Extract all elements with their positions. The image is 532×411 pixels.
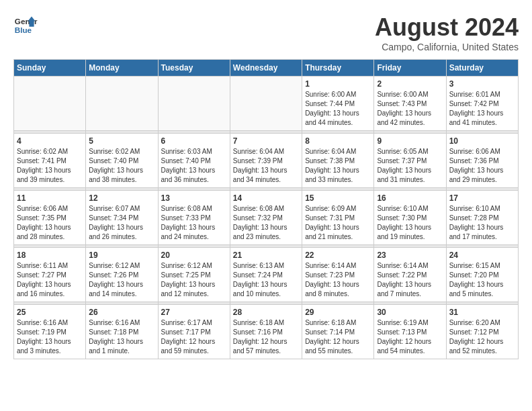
calendar-week-1: 1Sunrise: 6:00 AMSunset: 7:44 PMDaylight…: [14, 77, 519, 131]
weekday-header-friday: Friday: [374, 60, 446, 77]
location: Campo, California, United States: [375, 42, 519, 52]
day-info: Sunrise: 6:19 AMSunset: 7:13 PMDaylight:…: [377, 318, 443, 356]
calendar-cell: 4Sunrise: 6:02 AMSunset: 7:41 PMDaylight…: [14, 134, 86, 188]
day-number: 8: [305, 136, 371, 146]
calendar-cell: 9Sunrise: 6:05 AMSunset: 7:37 PMDaylight…: [374, 134, 446, 188]
day-number: 29: [305, 308, 371, 317]
day-number: 25: [17, 308, 83, 317]
day-info: Sunrise: 6:04 AMSunset: 7:38 PMDaylight:…: [305, 147, 371, 185]
day-info: Sunrise: 6:04 AMSunset: 7:39 PMDaylight:…: [233, 147, 299, 185]
calendar-cell: 27Sunrise: 6:17 AMSunset: 7:17 PMDayligh…: [158, 305, 230, 359]
day-number: 9: [377, 136, 443, 146]
calendar-cell: 19Sunrise: 6:12 AMSunset: 7:26 PMDayligh…: [86, 248, 158, 302]
day-number: 11: [17, 193, 83, 203]
day-number: 24: [449, 250, 515, 260]
calendar-cell: 13Sunrise: 6:08 AMSunset: 7:33 PMDayligh…: [158, 191, 230, 245]
calendar-cell: 10Sunrise: 6:06 AMSunset: 7:36 PMDayligh…: [446, 134, 518, 188]
day-number: 23: [377, 250, 443, 260]
day-info: Sunrise: 6:02 AMSunset: 7:40 PMDaylight:…: [89, 147, 154, 185]
day-number: 28: [233, 308, 299, 317]
calendar-cell: 30Sunrise: 6:19 AMSunset: 7:13 PMDayligh…: [374, 305, 446, 359]
day-info: Sunrise: 6:18 AMSunset: 7:16 PMDaylight:…: [233, 318, 299, 356]
calendar-cell: 18Sunrise: 6:11 AMSunset: 7:27 PMDayligh…: [14, 248, 86, 302]
calendar-week-2: 4Sunrise: 6:02 AMSunset: 7:41 PMDaylight…: [14, 134, 519, 188]
calendar-cell: 2Sunrise: 6:00 AMSunset: 7:43 PMDaylight…: [374, 77, 446, 131]
calendar-cell: 14Sunrise: 6:08 AMSunset: 7:32 PMDayligh…: [230, 191, 302, 245]
calendar-cell: 28Sunrise: 6:18 AMSunset: 7:16 PMDayligh…: [230, 305, 302, 359]
weekday-header-tuesday: Tuesday: [158, 60, 230, 77]
calendar-header-row: SundayMondayTuesdayWednesdayThursdayFrid…: [14, 60, 519, 77]
day-info: Sunrise: 6:03 AMSunset: 7:40 PMDaylight:…: [161, 147, 227, 185]
day-number: 26: [89, 308, 154, 317]
calendar-cell: [158, 77, 230, 131]
day-info: Sunrise: 6:11 AMSunset: 7:27 PMDaylight:…: [17, 261, 83, 299]
day-info: Sunrise: 6:08 AMSunset: 7:32 PMDaylight:…: [233, 204, 299, 242]
day-number: 1: [305, 79, 371, 89]
calendar-cell: 6Sunrise: 6:03 AMSunset: 7:40 PMDaylight…: [158, 134, 230, 188]
day-number: 10: [449, 136, 515, 146]
weekday-header-thursday: Thursday: [302, 60, 374, 77]
day-number: 14: [233, 193, 299, 203]
day-info: Sunrise: 6:05 AMSunset: 7:37 PMDaylight:…: [377, 147, 443, 185]
day-info: Sunrise: 6:07 AMSunset: 7:34 PMDaylight:…: [89, 204, 154, 242]
day-info: Sunrise: 6:14 AMSunset: 7:22 PMDaylight:…: [377, 261, 443, 299]
day-info: Sunrise: 6:17 AMSunset: 7:17 PMDaylight:…: [161, 318, 227, 356]
day-number: 31: [449, 308, 515, 317]
calendar-cell: 31Sunrise: 6:20 AMSunset: 7:12 PMDayligh…: [446, 305, 518, 359]
calendar-cell: 7Sunrise: 6:04 AMSunset: 7:39 PMDaylight…: [230, 134, 302, 188]
calendar-cell: 17Sunrise: 6:10 AMSunset: 7:28 PMDayligh…: [446, 191, 518, 245]
day-number: 5: [89, 136, 154, 146]
calendar-cell: 25Sunrise: 6:16 AMSunset: 7:19 PMDayligh…: [14, 305, 86, 359]
weekday-header-monday: Monday: [86, 60, 158, 77]
day-info: Sunrise: 6:01 AMSunset: 7:42 PMDaylight:…: [449, 90, 515, 128]
day-info: Sunrise: 6:09 AMSunset: 7:31 PMDaylight:…: [305, 204, 371, 242]
day-number: 13: [161, 193, 227, 203]
weekday-header-wednesday: Wednesday: [230, 60, 302, 77]
day-number: 27: [161, 308, 227, 317]
day-number: 30: [377, 308, 443, 317]
day-number: 21: [233, 250, 299, 260]
day-info: Sunrise: 6:10 AMSunset: 7:28 PMDaylight:…: [449, 204, 515, 242]
calendar-cell: 15Sunrise: 6:09 AMSunset: 7:31 PMDayligh…: [302, 191, 374, 245]
calendar-cell: 23Sunrise: 6:14 AMSunset: 7:22 PMDayligh…: [374, 248, 446, 302]
svg-text:General: General: [15, 17, 38, 26]
calendar-cell: 12Sunrise: 6:07 AMSunset: 7:34 PMDayligh…: [86, 191, 158, 245]
day-number: 2: [377, 79, 443, 89]
calendar-cell: 20Sunrise: 6:12 AMSunset: 7:25 PMDayligh…: [158, 248, 230, 302]
logo: General Blue: [13, 13, 38, 38]
calendar-cell: 3Sunrise: 6:01 AMSunset: 7:42 PMDaylight…: [446, 77, 518, 131]
day-info: Sunrise: 6:12 AMSunset: 7:26 PMDaylight:…: [89, 261, 154, 299]
day-info: Sunrise: 6:16 AMSunset: 7:19 PMDaylight:…: [17, 318, 83, 356]
calendar-cell: 11Sunrise: 6:06 AMSunset: 7:35 PMDayligh…: [14, 191, 86, 245]
day-info: Sunrise: 6:02 AMSunset: 7:41 PMDaylight:…: [17, 147, 83, 185]
day-number: 15: [305, 193, 371, 203]
day-number: 12: [89, 193, 154, 203]
weekday-header-sunday: Sunday: [14, 60, 86, 77]
day-number: 16: [377, 193, 443, 203]
day-number: 3: [449, 79, 515, 89]
calendar-cell: 8Sunrise: 6:04 AMSunset: 7:38 PMDaylight…: [302, 134, 374, 188]
day-number: 22: [305, 250, 371, 260]
day-info: Sunrise: 6:13 AMSunset: 7:24 PMDaylight:…: [233, 261, 299, 299]
calendar-cell: 21Sunrise: 6:13 AMSunset: 7:24 PMDayligh…: [230, 248, 302, 302]
day-number: 6: [161, 136, 227, 146]
day-info: Sunrise: 6:16 AMSunset: 7:18 PMDaylight:…: [89, 318, 154, 356]
logo-icon: General Blue: [13, 13, 38, 38]
calendar-table: SundayMondayTuesdayWednesdayThursdayFrid…: [13, 59, 519, 359]
calendar-cell: [230, 77, 302, 131]
day-info: Sunrise: 6:08 AMSunset: 7:33 PMDaylight:…: [161, 204, 227, 242]
calendar-cell: 1Sunrise: 6:00 AMSunset: 7:44 PMDaylight…: [302, 77, 374, 131]
title-block: August 2024 Campo, California, United St…: [375, 13, 519, 52]
day-info: Sunrise: 6:14 AMSunset: 7:23 PMDaylight:…: [305, 261, 371, 299]
day-info: Sunrise: 6:06 AMSunset: 7:35 PMDaylight:…: [17, 204, 83, 242]
day-info: Sunrise: 6:06 AMSunset: 7:36 PMDaylight:…: [449, 147, 515, 185]
calendar-cell: 16Sunrise: 6:10 AMSunset: 7:30 PMDayligh…: [374, 191, 446, 245]
day-number: 18: [17, 250, 83, 260]
day-info: Sunrise: 6:20 AMSunset: 7:12 PMDaylight:…: [449, 318, 515, 356]
day-number: 20: [161, 250, 227, 260]
month-title: August 2024: [375, 13, 519, 42]
weekday-header-saturday: Saturday: [446, 60, 518, 77]
day-info: Sunrise: 6:00 AMSunset: 7:44 PMDaylight:…: [305, 90, 371, 128]
calendar-cell: [86, 77, 158, 131]
day-info: Sunrise: 6:12 AMSunset: 7:25 PMDaylight:…: [161, 261, 227, 299]
